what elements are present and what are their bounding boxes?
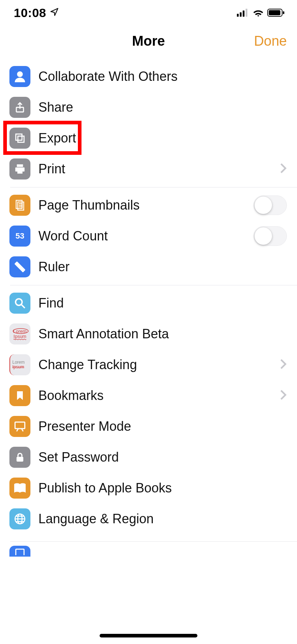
person-icon [9, 66, 30, 87]
chevron-right-icon [280, 359, 287, 371]
row-label: Set Password [38, 450, 287, 465]
svg-line-21 [22, 305, 25, 308]
print-icon [9, 158, 30, 179]
row-label: Smart Annotation Beta [38, 326, 287, 342]
annotation-icon: Lorem Ipsum [9, 323, 30, 344]
svg-rect-5 [269, 10, 280, 15]
row-label: Page Thumbnails [38, 198, 254, 213]
toggle-word-count[interactable] [254, 226, 287, 246]
row-find[interactable]: Find [0, 288, 297, 318]
svg-rect-26 [17, 457, 24, 461]
svg-rect-1 [240, 12, 242, 17]
svg-rect-13 [17, 170, 22, 173]
svg-rect-10 [18, 136, 24, 142]
row-change-tracking[interactable]: LoremIpsum Change Tracking [0, 349, 297, 380]
status-right [237, 9, 285, 17]
search-icon [9, 293, 30, 314]
divider [10, 541, 297, 542]
toggle-page-thumbnails[interactable] [254, 195, 287, 215]
wifi-icon [253, 9, 264, 17]
svg-rect-23 [15, 422, 25, 429]
svg-rect-19 [14, 261, 26, 272]
svg-point-20 [16, 299, 22, 305]
home-indicator [100, 634, 197, 637]
row-label: Bookmarks [38, 388, 277, 403]
presenter-icon [9, 416, 30, 437]
bookmark-icon [9, 385, 30, 406]
row-set-password[interactable]: Set Password [0, 442, 297, 472]
row-label: Change Tracking [38, 357, 277, 372]
svg-rect-11 [17, 164, 23, 167]
row-partial[interactable] [0, 544, 297, 558]
svg-rect-3 [246, 9, 247, 17]
row-label: Collaborate With Others [38, 69, 287, 84]
svg-rect-9 [16, 134, 22, 140]
settings-list: Collaborate With Others Share Export Pri… [0, 61, 297, 558]
row-label: Export [38, 131, 287, 146]
chevron-right-icon [280, 389, 287, 402]
row-label: Ruler [38, 259, 287, 274]
battery-icon [267, 9, 285, 17]
cellular-icon [237, 9, 249, 17]
lock-icon [9, 447, 30, 468]
location-icon [50, 7, 59, 18]
word-count-value: 53 [16, 231, 24, 241]
nav-header: More Done [0, 29, 297, 54]
row-label: Share [38, 100, 287, 115]
globe-icon [9, 508, 30, 529]
row-ruler[interactable]: Ruler [0, 251, 297, 282]
row-print[interactable]: Print [0, 153, 297, 184]
row-label: Language & Region [38, 511, 287, 527]
svg-rect-6 [283, 11, 284, 14]
row-label: Find [38, 296, 287, 311]
share-icon [9, 97, 30, 118]
row-label: Presenter Mode [38, 419, 287, 434]
row-share[interactable]: Share [0, 92, 297, 123]
word-count-icon: 53 [9, 226, 30, 247]
document-icon [9, 546, 30, 557]
chevron-right-icon [280, 163, 287, 175]
status-left: 10:08 [14, 6, 59, 20]
svg-rect-2 [243, 11, 244, 17]
row-bookmarks[interactable]: Bookmarks [0, 380, 297, 411]
row-word-count[interactable]: 53 Word Count [0, 220, 297, 251]
row-label: Publish to Apple Books [38, 480, 287, 496]
svg-point-22 [13, 329, 28, 334]
row-label: Print [38, 161, 277, 177]
svg-rect-0 [237, 14, 239, 17]
svg-rect-32 [16, 549, 24, 555]
status-time: 10:08 [14, 6, 46, 20]
row-collaborate[interactable]: Collaborate With Others [0, 61, 297, 92]
row-publish-books[interactable]: Publish to Apple Books [0, 472, 297, 503]
row-label: Word Count [38, 228, 254, 244]
tracking-icon: LoremIpsum [9, 354, 30, 375]
row-presenter-mode[interactable]: Presenter Mode [0, 411, 297, 442]
status-bar: 10:08 [0, 0, 297, 25]
ruler-icon [9, 256, 30, 277]
divider [10, 187, 297, 187]
book-icon [9, 478, 30, 499]
row-page-thumbnails[interactable]: Page Thumbnails [0, 190, 297, 220]
done-button[interactable]: Done [254, 33, 287, 49]
row-export[interactable]: Export [0, 123, 297, 153]
pages-icon [9, 195, 30, 216]
divider [10, 285, 297, 285]
page-title: More [0, 33, 297, 49]
svg-point-7 [17, 71, 23, 77]
export-icon [9, 128, 30, 149]
row-language-region[interactable]: Language & Region [0, 503, 297, 534]
row-smart-annotation[interactable]: Lorem Ipsum Smart Annotation Beta [0, 318, 297, 349]
